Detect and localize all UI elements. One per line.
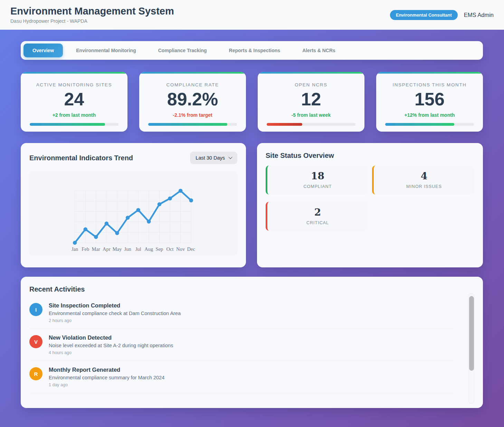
stat-card: COMPLIANCE RATE 89.2% -2.1% from target xyxy=(139,72,246,132)
activity-description: Noise level exceeded at Site A-2 during … xyxy=(49,343,173,348)
trend-title: Environmental Indicators Trend xyxy=(29,154,133,162)
tab-label: Reports & Inspections xyxy=(229,48,280,53)
activity-timestamp: 2 hours ago xyxy=(49,318,181,323)
activity-title: Monthly Report Generated xyxy=(49,367,164,373)
svg-text:Oct: Oct xyxy=(167,246,174,252)
page-title: Environment Management System xyxy=(10,6,174,17)
activities-scrollbar-thumb[interactable] xyxy=(469,296,474,371)
stat-progress-fill xyxy=(267,123,302,126)
role-badge: Environmental Consultant xyxy=(390,10,458,20)
trend-line-chart: JanFebMarAprMayJunJulAugSepOctNovDec xyxy=(54,174,213,252)
activity-type-icon: R xyxy=(29,367,42,380)
svg-text:Sep: Sep xyxy=(155,246,163,252)
activity-description: Environmental compliance summary for Mar… xyxy=(49,375,164,380)
tab-label: Alerts & NCRs xyxy=(302,48,335,53)
svg-text:Jan: Jan xyxy=(72,246,78,252)
activity-title: Site Inspection Completed xyxy=(49,302,181,309)
stat-progress-track xyxy=(267,123,355,126)
status-label: CRITICAL xyxy=(306,220,329,225)
stat-label: COMPLIANCE RATE xyxy=(148,82,237,87)
tab-bar: Overview Environmental Monitoring Compli… xyxy=(21,41,483,60)
site-status-title: Site Status Overview xyxy=(266,152,334,160)
stat-card: INSPECTIONS THIS MONTH 156 +12% from las… xyxy=(376,72,483,132)
trend-panel: Environmental Indicators Trend Last 30 D… xyxy=(21,143,246,267)
tab-label: Compliance Tracking xyxy=(158,48,207,53)
activities-scrollbar-track[interactable] xyxy=(468,293,474,404)
activity-timestamp: 1 day ago xyxy=(49,382,164,387)
date-range-value: Last 30 Days xyxy=(196,155,225,161)
activity-timestamp: 4 hours ago xyxy=(49,350,173,355)
activity-texts: New Violation Detected Noise level excee… xyxy=(49,334,173,355)
stat-value: 24 xyxy=(30,90,118,108)
charts-row: Environmental Indicators Trend Last 30 D… xyxy=(21,143,483,267)
recent-activities-title: Recent Activities xyxy=(29,285,474,293)
activity-type-icon: V xyxy=(29,335,42,348)
header-titles: Environment Management System Dasu Hydro… xyxy=(10,6,174,24)
activity-row: R Monthly Report Generated Environmental… xyxy=(29,361,454,393)
app-header: Environment Management System Dasu Hydro… xyxy=(0,0,504,30)
stat-card-top-strip xyxy=(21,72,127,74)
site-status-panel: Site Status Overview 18 COMPLIANT 4 MINO… xyxy=(257,143,483,267)
svg-text:Aug: Aug xyxy=(144,246,153,252)
stat-progress-track xyxy=(385,123,474,126)
status-label: COMPLIANT xyxy=(304,184,332,189)
stat-progress-fill xyxy=(385,123,454,126)
stats-row: ACTIVE MONITORING SITES 24 +2 from last … xyxy=(21,72,483,132)
svg-text:Jul: Jul xyxy=(135,246,141,252)
stat-change: +12% from last month xyxy=(385,112,474,118)
tab[interactable]: Alerts & NCRs xyxy=(293,44,344,57)
activity-description: Environmental compliance check at Dam Co… xyxy=(49,311,181,316)
tab[interactable]: Compliance Tracking xyxy=(149,44,216,57)
svg-text:Mar: Mar xyxy=(92,246,100,252)
tab-label: Environmental Monitoring xyxy=(76,48,136,53)
stat-card-top-strip xyxy=(139,72,246,74)
activity-texts: Site Inspection Completed Environmental … xyxy=(49,302,181,323)
stat-value: 89.2% xyxy=(148,90,237,108)
stat-progress-track xyxy=(148,123,237,126)
stat-value: 12 xyxy=(267,90,355,108)
activity-type-icon: I xyxy=(29,303,42,316)
header-right: Environmental Consultant EMS Admin xyxy=(390,10,494,20)
stat-label: OPEN NCRS xyxy=(267,82,355,87)
activity-texts: Monthly Report Generated Environmental c… xyxy=(49,367,164,387)
site-status-grid: 18 COMPLIANT 4 MINOR ISSUES 2 CRITICAL xyxy=(266,165,474,231)
trend-panel-header: Environmental Indicators Trend Last 30 D… xyxy=(29,152,237,164)
user-name: EMS Admin xyxy=(464,12,494,18)
status-card: 2 CRITICAL xyxy=(266,202,368,231)
chevron-down-icon xyxy=(228,155,232,159)
status-label: MINOR ISSUES xyxy=(406,184,442,189)
trend-chart-area: JanFebMarAprMayJunJulAugSepOctNovDec xyxy=(29,171,237,256)
stat-value: 156 xyxy=(385,90,474,108)
status-value: 2 xyxy=(314,208,321,217)
tab[interactable]: Overview xyxy=(23,44,63,57)
svg-text:May: May xyxy=(113,246,122,252)
tab[interactable]: Environmental Monitoring xyxy=(67,44,145,57)
svg-text:Feb: Feb xyxy=(82,246,89,252)
stat-progress-fill xyxy=(30,123,105,126)
stat-card: ACTIVE MONITORING SITES 24 +2 from last … xyxy=(21,72,127,132)
status-value: 18 xyxy=(311,171,324,181)
stat-label: INSPECTIONS THIS MONTH xyxy=(385,82,474,87)
stat-progress-fill xyxy=(148,123,227,126)
svg-text:Nov: Nov xyxy=(176,246,185,252)
activity-row: I Site Inspection Completed Environmenta… xyxy=(29,297,454,329)
status-value: 4 xyxy=(421,171,427,181)
tab-label: Overview xyxy=(32,48,54,53)
site-status-header: Site Status Overview xyxy=(266,152,474,160)
stat-change: -2.1% from target xyxy=(148,112,237,118)
activity-list: I Site Inspection Completed Environmenta… xyxy=(29,297,474,393)
main-content: Overview Environmental Monitoring Compli… xyxy=(0,30,504,408)
stat-card-top-strip xyxy=(376,72,483,74)
stat-progress-track xyxy=(30,123,118,126)
stat-card-top-strip xyxy=(258,72,364,74)
tab[interactable]: Reports & Inspections xyxy=(220,44,289,57)
svg-text:Apr: Apr xyxy=(103,246,111,252)
status-card: 18 COMPLIANT xyxy=(266,165,368,194)
stat-label: ACTIVE MONITORING SITES xyxy=(30,82,118,87)
status-card: 4 MINOR ISSUES xyxy=(372,165,474,194)
svg-text:Dec: Dec xyxy=(187,246,195,252)
activity-row: V New Violation Detected Noise level exc… xyxy=(29,329,454,361)
date-range-select[interactable]: Last 30 Days xyxy=(190,152,237,164)
stat-change: -5 from last week xyxy=(267,112,355,118)
stat-change: +2 from last month xyxy=(30,112,118,118)
